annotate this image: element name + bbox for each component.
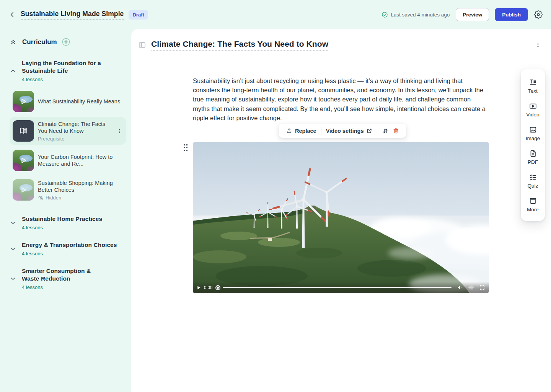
chevron-down-icon[interactable] xyxy=(9,275,18,283)
lesson-title: Sustainable Shopping: Making Better Choi… xyxy=(38,180,123,193)
toolbar-divider xyxy=(377,127,377,135)
gear-icon xyxy=(534,10,543,19)
check-circle-icon xyxy=(381,11,388,18)
book-open-icon xyxy=(18,126,28,136)
panel-toggle-icon xyxy=(138,41,146,49)
section-lesson-count: 4 lessons xyxy=(22,251,117,256)
palette-item-label: Quiz xyxy=(528,183,538,189)
fullscreen-button[interactable] xyxy=(479,284,485,291)
insert-more-button[interactable]: More xyxy=(521,193,545,217)
add-section-icon xyxy=(62,38,70,46)
topbar: Sustainable Living Made Simple Draft Las… xyxy=(0,0,551,29)
delete-block-button[interactable] xyxy=(391,127,401,134)
collapse-all-icon xyxy=(9,38,17,46)
curriculum-title: Curriculum xyxy=(22,38,57,46)
eye-off-icon xyxy=(38,195,44,201)
text-block-icon xyxy=(529,78,537,87)
status-badge: Draft xyxy=(129,10,148,20)
topbar-actions: Last saved 4 minutes ago Preview Publish xyxy=(381,8,543,21)
text-block[interactable]: Sustainability isn’t just about recyclin… xyxy=(193,76,489,122)
lesson-editor-canvas: Climate Change: The Facts You Need to Kn… xyxy=(131,29,551,392)
palette-item-label: PDF xyxy=(528,159,538,165)
curriculum-section: Energy & Transportation Choices 4 lesson… xyxy=(9,241,126,256)
video-settings-label: Video settings xyxy=(326,128,364,134)
curriculum-section: Smarter Consumption & Waste Reduction 4 … xyxy=(9,267,126,290)
section-lesson-count: 4 lessons xyxy=(22,225,102,230)
insert-image-button[interactable]: Image xyxy=(521,122,545,145)
insert-text-button[interactable]: Text xyxy=(521,74,545,98)
back-icon xyxy=(8,11,16,18)
lesson-video-thumbnail xyxy=(13,91,34,112)
lesson-list: What Sustainability Really Means Climate… xyxy=(9,88,126,204)
lesson-prerequisite-label: Prerequisite xyxy=(38,136,113,142)
trash-icon xyxy=(393,127,399,134)
lesson-title: Climate Change: The Facts You Need to Kn… xyxy=(38,121,113,134)
progress-bar[interactable] xyxy=(223,287,452,288)
lesson-video-thumbnail xyxy=(13,150,34,171)
lesson-menu-button[interactable] xyxy=(117,128,123,134)
image-block-icon xyxy=(529,126,537,134)
lesson-title: Your Carbon Footprint: How to Measure an… xyxy=(38,154,123,167)
palette-item-label: Image xyxy=(526,136,540,141)
chevron-down-icon[interactable] xyxy=(9,219,18,227)
section-header[interactable]: Laying the Foundation for a Sustainable … xyxy=(9,59,126,82)
insert-pdf-button[interactable]: PDF xyxy=(521,145,545,169)
insert-video-button[interactable]: Video xyxy=(521,98,545,122)
collapse-all-button[interactable] xyxy=(9,38,17,46)
video-settings-button[interactable]: Video settings xyxy=(324,128,375,134)
lesson-options-button[interactable] xyxy=(535,42,541,48)
lesson-item[interactable]: What Sustainability Really Means xyxy=(10,88,126,115)
lesson-title: What Sustainability Really Means xyxy=(38,98,123,105)
preview-button[interactable]: Preview xyxy=(456,8,489,21)
play-button[interactable] xyxy=(196,285,201,290)
volume-button[interactable] xyxy=(457,284,463,291)
lesson-item[interactable]: Your Carbon Footprint: How to Measure an… xyxy=(10,147,126,174)
lesson-item-hidden[interactable]: Sustainable Shopping: Making Better Choi… xyxy=(10,176,126,204)
section-title: Sustainable Home Practices xyxy=(22,215,102,223)
palette-item-label: Video xyxy=(526,112,539,118)
publish-button[interactable]: Publish xyxy=(495,8,528,21)
palette-item-label: More xyxy=(527,207,539,212)
section-header[interactable]: Energy & Transportation Choices 4 lesson… xyxy=(9,241,126,256)
video-frame-wind-turbines xyxy=(193,142,489,293)
lesson-item-selected[interactable]: Climate Change: The Facts You Need to Kn… xyxy=(10,117,126,145)
video-player[interactable]: 0:00 xyxy=(193,142,489,293)
playback-time: 0:00 xyxy=(204,285,212,290)
add-section-button[interactable] xyxy=(62,38,70,46)
more-block-icon xyxy=(529,197,537,205)
settings-button[interactable] xyxy=(534,10,543,19)
lesson-title-heading[interactable]: Climate Change: The Facts You Need to Kn… xyxy=(151,39,328,51)
section-title: Laying the Foundation for a Sustainable … xyxy=(22,59,126,75)
pdf-block-icon xyxy=(529,149,537,158)
play-icon xyxy=(13,150,34,171)
play-icon xyxy=(13,91,34,112)
chevron-down-icon[interactable] xyxy=(9,245,18,253)
back-button[interactable] xyxy=(8,11,16,18)
lesson-video-thumbnail xyxy=(13,179,34,201)
section-header[interactable]: Sustainable Home Practices 4 lessons xyxy=(9,215,126,230)
reading-lesson-tile xyxy=(13,120,34,142)
toolbar-divider xyxy=(321,127,321,135)
course-title[interactable]: Sustainable Living Made Simple xyxy=(21,10,124,20)
scrubber-handle[interactable] xyxy=(215,285,220,290)
toggle-sidebar-button[interactable] xyxy=(138,41,146,49)
replace-video-button[interactable]: Replace xyxy=(284,127,319,134)
chevron-up-icon[interactable] xyxy=(9,67,18,75)
quiz-block-icon xyxy=(529,173,537,181)
block-drag-handle[interactable] xyxy=(182,144,189,151)
insert-quiz-button[interactable]: Quiz xyxy=(521,169,545,193)
lesson-hidden-label: Hidden xyxy=(46,195,61,201)
curriculum-header: Curriculum xyxy=(9,38,126,46)
palette-item-label: Text xyxy=(528,88,538,94)
player-settings-button[interactable] xyxy=(468,284,474,291)
section-header[interactable]: Smarter Consumption & Waste Reduction 4 … xyxy=(9,267,126,290)
video-controls-bar: 0:00 xyxy=(193,282,489,293)
section-title: Energy & Transportation Choices xyxy=(22,241,117,249)
section-title: Smarter Consumption & Waste Reduction xyxy=(22,267,110,283)
upload-icon xyxy=(286,127,292,134)
replace-label: Replace xyxy=(295,128,316,134)
section-lesson-count: 4 lessons xyxy=(22,77,126,82)
player-right-controls xyxy=(457,284,485,291)
reorder-block-button[interactable] xyxy=(380,127,391,134)
last-saved-text: Last saved 4 minutes ago xyxy=(391,12,450,18)
